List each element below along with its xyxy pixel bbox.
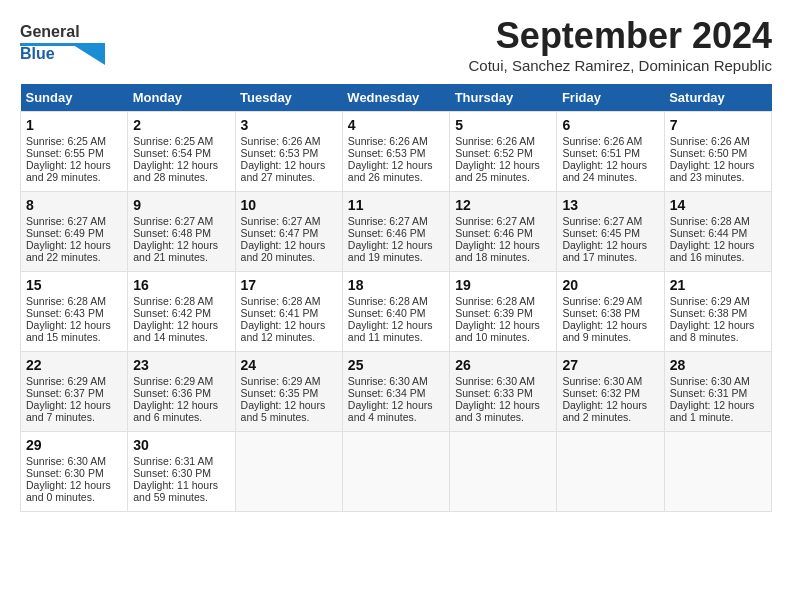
sunset-label: Sunset: 6:46 PM [455, 227, 533, 239]
logo: General Blue [20, 15, 105, 65]
day-number: 24 [241, 357, 337, 373]
day-number: 30 [133, 437, 229, 453]
calendar-cell: 12 Sunrise: 6:27 AM Sunset: 6:46 PM Dayl… [450, 192, 557, 272]
daylight-label: Daylight: 12 hours and 23 minutes. [670, 159, 755, 183]
sunset-label: Sunset: 6:30 PM [26, 467, 104, 479]
calendar-cell: 29 Sunrise: 6:30 AM Sunset: 6:30 PM Dayl… [21, 432, 128, 512]
calendar-cell: 15 Sunrise: 6:28 AM Sunset: 6:43 PM Dayl… [21, 272, 128, 352]
daylight-label: Daylight: 12 hours and 24 minutes. [562, 159, 647, 183]
sunrise-label: Sunrise: 6:28 AM [348, 295, 428, 307]
calendar-cell: 20 Sunrise: 6:29 AM Sunset: 6:38 PM Dayl… [557, 272, 664, 352]
sunrise-label: Sunrise: 6:27 AM [348, 215, 428, 227]
calendar-cell: 26 Sunrise: 6:30 AM Sunset: 6:33 PM Dayl… [450, 352, 557, 432]
daylight-label: Daylight: 12 hours and 14 minutes. [133, 319, 218, 343]
day-number: 6 [562, 117, 658, 133]
day-number: 14 [670, 197, 766, 213]
day-number: 2 [133, 117, 229, 133]
sunrise-label: Sunrise: 6:29 AM [26, 375, 106, 387]
day-number: 20 [562, 277, 658, 293]
calendar-cell: 19 Sunrise: 6:28 AM Sunset: 6:39 PM Dayl… [450, 272, 557, 352]
logo-icon: General Blue [20, 15, 105, 65]
calendar-cell [235, 432, 342, 512]
calendar-cell: 16 Sunrise: 6:28 AM Sunset: 6:42 PM Dayl… [128, 272, 235, 352]
sunset-label: Sunset: 6:51 PM [562, 147, 640, 159]
sunset-label: Sunset: 6:44 PM [670, 227, 748, 239]
sunset-label: Sunset: 6:41 PM [241, 307, 319, 319]
daylight-label: Daylight: 12 hours and 25 minutes. [455, 159, 540, 183]
daylight-label: Daylight: 12 hours and 11 minutes. [348, 319, 433, 343]
daylight-label: Daylight: 12 hours and 1 minute. [670, 399, 755, 423]
calendar-week-5: 29 Sunrise: 6:30 AM Sunset: 6:30 PM Dayl… [21, 432, 772, 512]
sunset-label: Sunset: 6:30 PM [133, 467, 211, 479]
calendar-cell: 7 Sunrise: 6:26 AM Sunset: 6:50 PM Dayli… [664, 112, 771, 192]
sunset-label: Sunset: 6:42 PM [133, 307, 211, 319]
col-tuesday: Tuesday [235, 84, 342, 112]
day-number: 11 [348, 197, 444, 213]
sunrise-label: Sunrise: 6:30 AM [348, 375, 428, 387]
calendar-cell [664, 432, 771, 512]
sunrise-label: Sunrise: 6:27 AM [455, 215, 535, 227]
sunrise-label: Sunrise: 6:30 AM [670, 375, 750, 387]
day-number: 7 [670, 117, 766, 133]
col-saturday: Saturday [664, 84, 771, 112]
header-row: Sunday Monday Tuesday Wednesday Thursday… [21, 84, 772, 112]
calendar-cell: 9 Sunrise: 6:27 AM Sunset: 6:48 PM Dayli… [128, 192, 235, 272]
daylight-label: Daylight: 12 hours and 12 minutes. [241, 319, 326, 343]
sunset-label: Sunset: 6:46 PM [348, 227, 426, 239]
sunset-label: Sunset: 6:48 PM [133, 227, 211, 239]
day-number: 3 [241, 117, 337, 133]
daylight-label: Daylight: 12 hours and 6 minutes. [133, 399, 218, 423]
svg-marker-1 [70, 43, 105, 65]
daylight-label: Daylight: 12 hours and 7 minutes. [26, 399, 111, 423]
sunset-label: Sunset: 6:49 PM [26, 227, 104, 239]
day-number: 18 [348, 277, 444, 293]
title-area: September 2024 Cotui, Sanchez Ramirez, D… [469, 15, 772, 74]
day-number: 5 [455, 117, 551, 133]
sunrise-label: Sunrise: 6:28 AM [26, 295, 106, 307]
col-monday: Monday [128, 84, 235, 112]
daylight-label: Daylight: 12 hours and 29 minutes. [26, 159, 111, 183]
sunset-label: Sunset: 6:55 PM [26, 147, 104, 159]
col-sunday: Sunday [21, 84, 128, 112]
calendar-cell: 2 Sunrise: 6:25 AM Sunset: 6:54 PM Dayli… [128, 112, 235, 192]
calendar-cell: 25 Sunrise: 6:30 AM Sunset: 6:34 PM Dayl… [342, 352, 449, 432]
sunrise-label: Sunrise: 6:28 AM [670, 215, 750, 227]
sunset-label: Sunset: 6:34 PM [348, 387, 426, 399]
sunrise-label: Sunrise: 6:26 AM [562, 135, 642, 147]
daylight-label: Daylight: 12 hours and 16 minutes. [670, 239, 755, 263]
sunrise-label: Sunrise: 6:28 AM [455, 295, 535, 307]
day-number: 13 [562, 197, 658, 213]
day-number: 17 [241, 277, 337, 293]
calendar-cell: 11 Sunrise: 6:27 AM Sunset: 6:46 PM Dayl… [342, 192, 449, 272]
calendar-cell: 13 Sunrise: 6:27 AM Sunset: 6:45 PM Dayl… [557, 192, 664, 272]
sunrise-label: Sunrise: 6:27 AM [562, 215, 642, 227]
day-number: 22 [26, 357, 122, 373]
sunrise-label: Sunrise: 6:26 AM [348, 135, 428, 147]
sunset-label: Sunset: 6:45 PM [562, 227, 640, 239]
sunset-label: Sunset: 6:47 PM [241, 227, 319, 239]
sunset-label: Sunset: 6:52 PM [455, 147, 533, 159]
sunset-label: Sunset: 6:36 PM [133, 387, 211, 399]
sunrise-label: Sunrise: 6:25 AM [133, 135, 213, 147]
daylight-label: Daylight: 12 hours and 5 minutes. [241, 399, 326, 423]
sunset-label: Sunset: 6:33 PM [455, 387, 533, 399]
sunset-label: Sunset: 6:38 PM [670, 307, 748, 319]
location-title: Cotui, Sanchez Ramirez, Dominican Republ… [469, 57, 772, 74]
day-number: 1 [26, 117, 122, 133]
daylight-label: Daylight: 11 hours and 59 minutes. [133, 479, 218, 503]
day-number: 29 [26, 437, 122, 453]
sunrise-label: Sunrise: 6:29 AM [670, 295, 750, 307]
day-number: 12 [455, 197, 551, 213]
day-number: 4 [348, 117, 444, 133]
sunrise-label: Sunrise: 6:30 AM [26, 455, 106, 467]
calendar-cell: 30 Sunrise: 6:31 AM Sunset: 6:30 PM Dayl… [128, 432, 235, 512]
sunrise-label: Sunrise: 6:29 AM [562, 295, 642, 307]
calendar-cell: 3 Sunrise: 6:26 AM Sunset: 6:53 PM Dayli… [235, 112, 342, 192]
calendar-week-2: 8 Sunrise: 6:27 AM Sunset: 6:49 PM Dayli… [21, 192, 772, 272]
sunset-label: Sunset: 6:32 PM [562, 387, 640, 399]
daylight-label: Daylight: 12 hours and 8 minutes. [670, 319, 755, 343]
sunrise-label: Sunrise: 6:26 AM [455, 135, 535, 147]
calendar-cell: 6 Sunrise: 6:26 AM Sunset: 6:51 PM Dayli… [557, 112, 664, 192]
col-wednesday: Wednesday [342, 84, 449, 112]
daylight-label: Daylight: 12 hours and 15 minutes. [26, 319, 111, 343]
